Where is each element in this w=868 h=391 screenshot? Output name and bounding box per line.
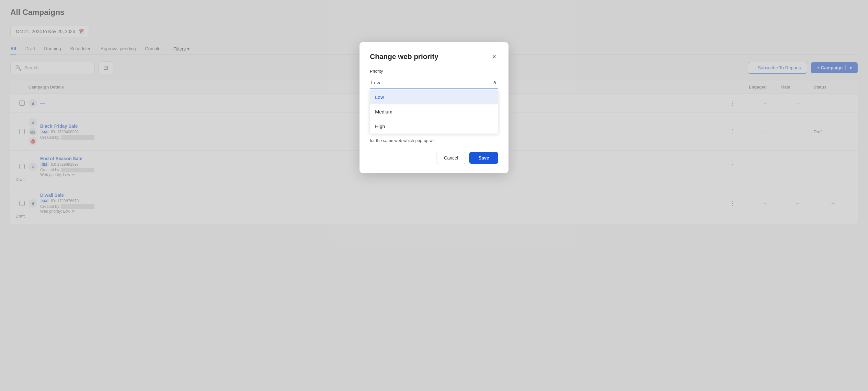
priority-field-label: Priority [370,69,498,74]
priority-option-high[interactable]: High [370,119,498,134]
modal-actions: Cancel Save [370,152,498,164]
save-button[interactable]: Save [469,152,498,164]
cancel-button[interactable]: Cancel [437,152,466,164]
priority-option-low[interactable]: Low [370,90,498,104]
modal-title: Change web priority [370,53,438,61]
priority-dropdown-list: Low Medium High [370,90,498,134]
priority-option-medium[interactable]: Medium [370,104,498,119]
modal-info-text: for the same web which pop-up will [370,137,498,144]
modal-overlay: Change web priority × Priority Low ∧ Low… [0,0,868,391]
selected-priority-value: Low [371,80,380,85]
chevron-up-icon: ∧ [493,79,497,86]
priority-dropdown-trigger[interactable]: Low ∧ [370,76,498,89]
modal-header: Change web priority × [370,53,498,61]
change-priority-modal: Change web priority × Priority Low ∧ Low… [360,42,508,173]
modal-close-button[interactable]: × [490,53,498,61]
